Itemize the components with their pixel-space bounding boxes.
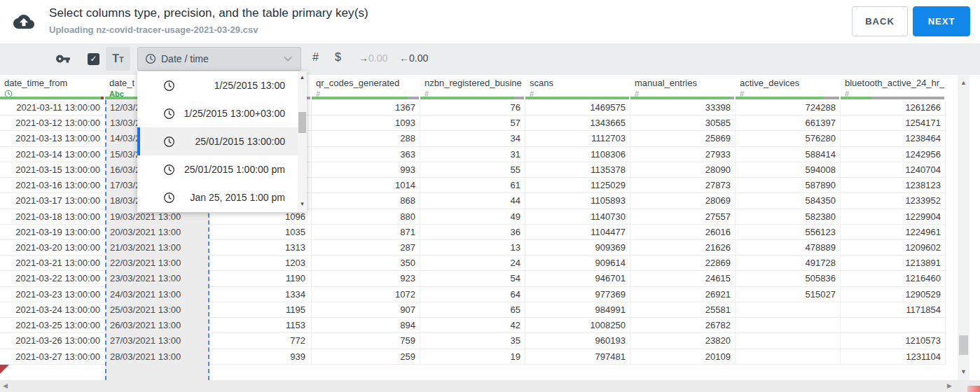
table-cell: 1238123 <box>841 178 946 193</box>
vertical-scroll-thumb[interactable] <box>959 335 968 355</box>
table-cell: 54 <box>420 271 525 286</box>
increase-decimal-button[interactable]: →0.00 <box>359 52 387 64</box>
table-cell: 2021-03-19 13:00:00 <box>0 225 105 240</box>
page-title: Select columns type, precision, and the … <box>49 6 368 20</box>
type-dropdown: 1/25/2015 13:001/25/2015 13:00+03:0025/0… <box>137 71 307 212</box>
text-format-button[interactable]: Tt <box>106 47 130 71</box>
table-cell: 556123 <box>736 225 841 240</box>
table-cell: 19 <box>420 349 525 365</box>
next-button[interactable]: NEXT <box>913 6 970 36</box>
table-cell: 259 <box>312 349 420 365</box>
table-cell: 24615 <box>630 271 736 286</box>
dropdown-item[interactable]: 1/25/2015 13:00+03:00 <box>137 99 307 127</box>
table-column-date_time_from[interactable]: date_time_from2021-03-11 13:00:002021-03… <box>0 75 105 380</box>
column-header[interactable]: date_time_from <box>0 75 105 100</box>
scroll-right-button[interactable]: ▶ <box>947 381 952 391</box>
scroll-down-arrow-icon[interactable]: ▼ <box>298 200 307 209</box>
table-cell: 27933 <box>630 147 736 162</box>
column-quality-bar <box>312 97 419 99</box>
table-cell: 946701 <box>525 271 630 286</box>
scroll-down-button[interactable]: ▼ <box>958 367 969 377</box>
table-cell: 23820 <box>630 333 736 349</box>
column-cells: 2021-03-11 13:00:002021-03-12 13:00:0020… <box>0 100 105 380</box>
table-cell: 22/03/2021 13:00 <box>106 255 208 271</box>
table-column-active_devices[interactable]: active_devices#7242886613975762805884145… <box>736 75 841 380</box>
table-cell: 36 <box>420 225 525 240</box>
primary-key-icon[interactable] <box>55 52 71 65</box>
column-header[interactable]: qr_codes_generated# <box>312 75 420 100</box>
vertical-scrollbar[interactable]: ▲ ▼ <box>958 75 969 380</box>
table-column-qr_codes_generated[interactable]: qr_codes_generated#136710932883639931014… <box>312 75 420 380</box>
column-header[interactable]: nzbn_registered_busine# <box>420 75 525 100</box>
table-cell: 1035 <box>209 225 312 240</box>
table-cell: 64 <box>420 287 525 302</box>
dropdown-scrollbar[interactable]: ▲ ▼ <box>298 71 307 212</box>
table-column-bluetooth_active_24_hr_[interactable]: bluetooth_active_24_hr_#1261266125417112… <box>841 75 946 380</box>
table-cell: 491728 <box>736 255 841 271</box>
column-name: date_time_from <box>4 78 67 88</box>
table-cell <box>841 318 946 333</box>
table-cell <box>736 349 841 365</box>
table-column-nzbn_registered_busine[interactable]: nzbn_registered_busine#76573431556144493… <box>420 75 525 380</box>
table-cell: 1261266 <box>841 100 946 115</box>
dropdown-item[interactable]: 25/01/2015 1:00:00 pm <box>137 155 307 183</box>
table-cell: 2021-03-20 13:00:00 <box>0 240 105 255</box>
table-cell: 880 <box>312 209 420 225</box>
table-cell: 1229904 <box>841 209 946 225</box>
dropdown-item[interactable]: 25/01/2015 13:00:00 <box>137 127 307 155</box>
table-cell: 1112703 <box>525 131 630 146</box>
table-cell: 31 <box>420 147 525 162</box>
upload-cloud-icon <box>13 11 34 32</box>
table-cell: 1254171 <box>841 115 946 131</box>
table-cell: 2021-03-16 13:00:00 <box>0 178 105 193</box>
scroll-left-button[interactable]: ◀ <box>3 381 8 391</box>
table-cell: 24/03/2021 13:00 <box>106 287 208 302</box>
column-name: manual_entries <box>635 78 697 88</box>
table-cell: 28069 <box>630 193 736 209</box>
table-cell: 515027 <box>736 287 841 302</box>
dropdown-item-label: Jan 25, 2015 1:00 pm <box>175 192 285 203</box>
column-type-select-value: Date / time <box>161 53 284 64</box>
clock-icon <box>163 164 175 176</box>
column-cells: 7657343155614449361324546465423519 <box>420 100 525 380</box>
back-button[interactable]: BACK <box>852 6 908 36</box>
table-cell: 505836 <box>736 271 841 286</box>
scroll-up-button[interactable]: ▲ <box>958 78 969 88</box>
column-header[interactable]: bluetooth_active_24_hr_# <box>841 75 946 100</box>
column-quality-bar <box>525 97 629 99</box>
table-cell: 576280 <box>736 131 841 146</box>
dropdown-item-label: 25/01/2015 13:00:00 <box>175 136 285 147</box>
scroll-up-arrow-icon[interactable]: ▲ <box>298 73 307 83</box>
horizontal-scrollbar[interactable]: ◀ ▶ <box>0 380 980 392</box>
decrease-decimal-button[interactable]: ←0.00 <box>399 52 428 64</box>
table-cell: 1203 <box>209 255 312 271</box>
dropdown-item[interactable]: 1/25/2015 13:00 <box>137 71 307 99</box>
include-column-checkbox[interactable]: ✓ <box>88 53 99 65</box>
table-cell: 2021-03-11 13:00:00 <box>0 100 105 115</box>
dropdown-item[interactable]: Jan 25, 2015 1:00 pm <box>137 183 307 211</box>
table-cell: 13 <box>420 240 525 255</box>
table-column-scans[interactable]: scans#1469575134366511127031108306113537… <box>525 75 630 380</box>
table-cell: 33398 <box>630 100 736 115</box>
table-cell: 984991 <box>525 302 630 318</box>
column-header[interactable]: manual_entries# <box>630 75 736 100</box>
table-cell: 25581 <box>630 302 736 318</box>
table-cell: 960193 <box>525 333 630 349</box>
number-type-button[interactable]: # <box>312 51 319 64</box>
table-cell: 2021-03-25 13:00:00 <box>0 318 105 333</box>
table-cell: 27/03/2021 13:00 <box>106 333 208 349</box>
dropdown-scroll-thumb[interactable] <box>298 112 306 133</box>
table-cell: 1367 <box>312 100 420 115</box>
column-header[interactable]: active_devices# <box>736 75 841 100</box>
table-cell: 20/03/2021 13:00 <box>106 225 208 240</box>
currency-type-button[interactable]: $ <box>335 51 341 64</box>
clock-icon <box>163 136 175 148</box>
table-column-manual_entries[interactable]: manual_entries#3339830585258692793328090… <box>630 75 736 380</box>
column-type-select[interactable]: Date / time <box>137 47 301 71</box>
column-cells: 1367109328836399310148688808712873509231… <box>312 100 420 380</box>
table-cell: 594008 <box>736 162 841 178</box>
clock-icon <box>163 192 175 204</box>
table-cell: 44 <box>420 193 525 209</box>
column-quality-bar <box>0 97 104 99</box>
column-header[interactable]: scans# <box>525 75 630 100</box>
